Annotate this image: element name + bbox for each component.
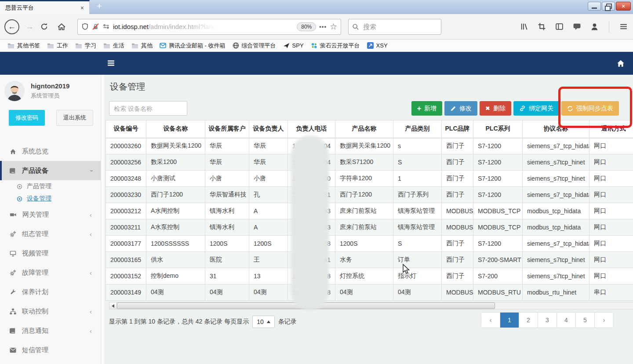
bookmark-item[interactable]: XSY	[364, 41, 391, 50]
change-password-button[interactable]: 修改密码	[9, 110, 45, 126]
url-bar[interactable]: iot.idosp.net/admin/index.html?lang 80% …	[77, 19, 341, 35]
sidebar-item-网关管理[interactable]: 网关管理‹	[0, 205, 101, 224]
app-sidebar-toggle-icon[interactable]	[107, 59, 115, 67]
bookmark-item[interactable]: 腾讯企业邮箱 - 收件箱	[156, 41, 229, 51]
search-input[interactable]	[362, 22, 437, 31]
browser-tab[interactable]: 思普云平台 ×	[0, 0, 90, 14]
table-cell: 数据网关采集1200	[335, 138, 393, 154]
bookmark-item[interactable]: 其他	[128, 41, 156, 51]
table-cell: siemens_s7tcp_hinet	[523, 252, 589, 268]
page-button-2[interactable]: 2	[519, 313, 538, 328]
page-button-3[interactable]: 3	[538, 313, 557, 328]
zoom-level-badge[interactable]: 80%	[297, 22, 316, 31]
table-row[interactable]: 200003260数据网关采集1200华辰华辰104数据网关采集1200s西门子…	[106, 138, 633, 154]
page-actions-icon[interactable]: •••	[319, 23, 327, 30]
next-page-button[interactable]: ›	[594, 313, 613, 328]
table-row[interactable]: 200003256数采1200华辰华辰104数采S71200S西门子S7-120…	[106, 154, 633, 171]
table-cell: 西门子	[442, 171, 473, 187]
back-button[interactable]: ←	[4, 19, 19, 34]
table-row[interactable]: 200003230西门子1200华辰智通科技孔131西门子1200西门子系列西门…	[106, 187, 633, 203]
insecure-lock-icon[interactable]	[92, 23, 99, 30]
folder-icon	[47, 43, 54, 49]
table-row[interactable]: 200003211A水泵控制镇海水利A33庶来门前泵站镇海泵站管理MODBUSM…	[106, 219, 633, 236]
link-action-button[interactable]: 绑定网关	[513, 101, 559, 116]
table-cell: S	[393, 236, 442, 252]
page-button-4[interactable]: 4	[557, 313, 575, 328]
forward-button[interactable]: →	[25, 22, 34, 32]
bookmark-item[interactable]: 萤石云开放平台	[308, 41, 363, 51]
sidebar-item-短信管理[interactable]: 短信管理	[0, 340, 101, 360]
table-cell: 小唐	[205, 171, 249, 187]
bookmark-star-icon[interactable]: ☆	[330, 22, 337, 32]
table-cell: 灯控系统	[335, 268, 393, 284]
minimize-button[interactable]	[588, 2, 601, 11]
plus-icon: +	[417, 105, 421, 112]
xsy-icon	[367, 42, 374, 49]
table-cell: MODBUS	[442, 284, 473, 301]
sidebar-item-故障管理[interactable]: 故障管理‹	[0, 263, 101, 282]
account-icon[interactable]	[590, 22, 599, 31]
horizontal-scrollbar[interactable]	[109, 302, 633, 309]
sidebar-item-系统总览[interactable]: 系统总览	[0, 142, 101, 161]
sidebar-subitem-产品管理[interactable]: 产品管理	[0, 180, 101, 193]
screenshot-icon[interactable]	[538, 22, 546, 31]
shield-icon[interactable]	[81, 23, 89, 30]
app-home-icon[interactable]	[616, 59, 625, 68]
table-cell: S7-1200	[473, 171, 523, 187]
bookmark-item[interactable]: 工作	[44, 41, 71, 51]
restore-button[interactable]	[602, 2, 615, 11]
column-header: 设备所属客户	[205, 120, 249, 138]
sidebar-item-组态管理[interactable]: 组态管理‹	[0, 224, 101, 244]
new-tab-button[interactable]: +	[93, 1, 106, 11]
bookmark-item[interactable]: SPY	[280, 41, 307, 50]
sidebar-subitem-设备管理[interactable]: 设备管理	[0, 193, 101, 205]
pocket-comment-icon[interactable]	[573, 22, 581, 31]
sidebar-item-保养计划[interactable]: 保养计划	[0, 282, 101, 302]
tab-close-icon[interactable]: ×	[79, 4, 86, 11]
reload-button[interactable]	[40, 22, 48, 31]
bookmark-item[interactable]: 其他书签	[4, 41, 43, 51]
page-button-1[interactable]: 1	[500, 313, 519, 328]
scroll-left-arrow[interactable]	[109, 302, 117, 309]
url-text: iot.idosp.net/admin/index.html?lang	[113, 23, 294, 30]
home-button[interactable]	[57, 22, 66, 31]
privacy-blur-overlay	[291, 135, 329, 310]
sidebar-toggle-icon[interactable]	[555, 22, 564, 31]
table-row[interactable]: 200003248小唐测试小唐小唐100字符串12001西门子S7-1200si…	[106, 171, 633, 187]
bookmark-item[interactable]: 生活	[100, 41, 127, 51]
table-cell: siemens_s7tcp_hinet	[523, 268, 589, 284]
page-button-5[interactable]: 5	[575, 313, 594, 328]
bookmark-label: 其他	[141, 42, 153, 50]
logout-button[interactable]: 退出系统	[56, 110, 93, 126]
sidebar-item-联动控制[interactable]: 联动控制‹	[0, 302, 101, 321]
sidebar-item-产品设备[interactable]: 产品设备‹	[0, 161, 101, 180]
dot-icon	[17, 196, 22, 202]
page-size-select[interactable]: 10	[252, 316, 275, 328]
library-icon[interactable]	[520, 22, 528, 31]
table-cell: 网口	[589, 219, 633, 236]
table-row[interactable]: 200003152控制demo311318灯控系统指示灯西门子S7-200sie…	[106, 268, 633, 284]
plus-action-button[interactable]: +新增	[411, 101, 442, 116]
close-button[interactable]: ✕	[616, 2, 631, 11]
table-row[interactable]: 200003212A水闸控制镇海水利A33庶来门前泵站镇海泵站管理MODBUSM…	[106, 203, 633, 219]
column-header: 产品类别	[393, 120, 442, 138]
bookmark-item[interactable]: 学习	[72, 41, 99, 51]
table-row[interactable]: 20000314904测04测04测15804测04测MODBUSMODBUS_…	[106, 284, 633, 301]
bookmark-item[interactable]: 综合管理平台	[229, 41, 279, 51]
device-search-input[interactable]	[109, 101, 187, 116]
permissions-icon[interactable]	[102, 23, 110, 30]
sidebar-item-消息通知[interactable]: 消息通知‹	[0, 321, 101, 340]
table-row[interactable]: 200003165供水医院王41水务订单西门子S7-200-SMARTsieme…	[106, 252, 633, 268]
cross-action-button[interactable]: ✖删除	[480, 101, 511, 116]
monitor-icon	[10, 250, 16, 257]
bookmark-label: 综合管理平台	[242, 42, 276, 50]
hamburger-menu-icon[interactable]	[619, 22, 628, 31]
prev-page-button[interactable]: ‹	[481, 313, 500, 328]
pencil-action-button[interactable]: 修改	[444, 101, 477, 116]
sidebar-item-车间管理[interactable]: 车间管理	[0, 360, 101, 364]
sidebar-item-视频管理[interactable]: 视频管理	[0, 244, 101, 263]
search-bar[interactable]	[348, 19, 441, 35]
table-row[interactable]: 2000031771200SSSSSS1200S1200S881200SS西门子…	[106, 236, 633, 252]
bookmark-label: 生活	[113, 42, 124, 50]
table-cell: modbus_rtu_hinet	[523, 284, 589, 301]
